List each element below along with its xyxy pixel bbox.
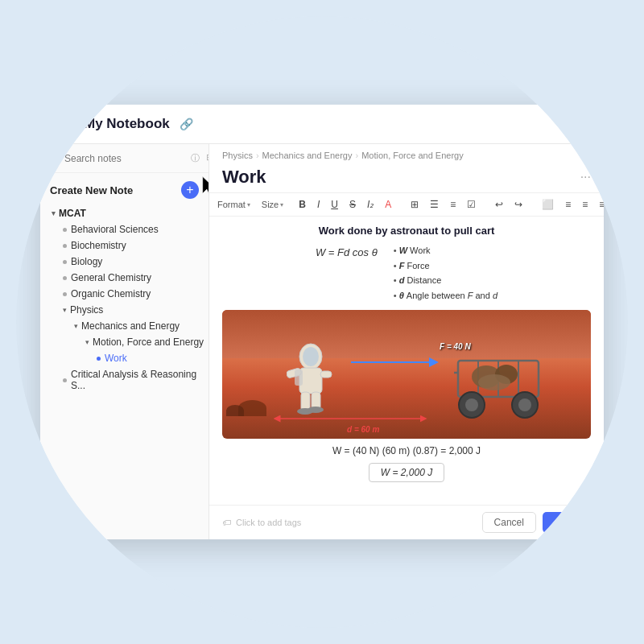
italic2-button[interactable]: I₂ — [363, 196, 378, 213]
format-dropdown[interactable]: Format ▾ — [217, 200, 250, 209]
note-footer: 🏷 Click to add tags Cancel Save — [209, 505, 604, 539]
bold-button[interactable]: B — [295, 196, 310, 213]
dot-icon — [97, 357, 101, 361]
align-center-button[interactable]: ≡ — [578, 196, 592, 213]
svg-rect-8 — [295, 369, 303, 386]
app-window: My Notebook 🔗 🔍 ⓘ ⊞ Create New Note — [40, 105, 604, 539]
font-color-button[interactable]: A — [381, 196, 395, 213]
format-label: Format — [217, 200, 246, 209]
note-header: Work ··· — [209, 163, 604, 192]
dot-icon — [63, 276, 67, 280]
link-icon: 🔗 — [180, 118, 193, 130]
size-label: Size — [262, 200, 279, 209]
save-button[interactable]: Save — [543, 512, 591, 533]
distance-arrow — [270, 413, 431, 424]
breadcrumb-motion: Motion, Force and Energy — [361, 151, 464, 160]
footer-actions: Cancel Save — [482, 512, 591, 533]
sidebar-item-mechanics-energy[interactable]: ▾ Mechanics and Energy — [71, 318, 208, 334]
info-button[interactable]: ⓘ — [189, 151, 201, 166]
app-icon — [53, 113, 76, 135]
breadcrumb-sep: › — [256, 151, 259, 160]
item-label: Biology — [71, 256, 102, 267]
mcat-children: Behavioral Sciences Biochemistry Biology — [48, 221, 208, 394]
formatting-toolbar: Format ▾ Size ▾ B I U S I₂ A — [209, 192, 604, 217]
mcat-parent[interactable]: ▾ MCAT — [48, 205, 208, 221]
rock-small — [226, 405, 244, 416]
italic-button[interactable]: I — [313, 196, 324, 213]
chevron-down-icon: ▾ — [247, 201, 250, 208]
sidebar-actions: ⓘ ⊞ — [189, 151, 209, 166]
mechanics-label: Mechanics and Energy — [81, 320, 180, 332]
item-label: Critical Analysis & Reasoning S... — [71, 369, 205, 391]
breadcrumb: Physics › Mechanics and Energy › Motion,… — [209, 144, 604, 163]
mcat-label: MCAT — [59, 208, 86, 219]
search-input[interactable] — [64, 153, 185, 164]
chevron-down-icon: ▾ — [74, 322, 78, 330]
table-button[interactable]: ⊞ — [407, 196, 423, 213]
distance-label: d = 60 m — [347, 425, 379, 434]
dot-icon — [63, 244, 67, 248]
sidebar-item-physics[interactable]: ▾ Physics — [60, 302, 208, 318]
mcat-group: ▾ MCAT Behavioral Sciences Biochemistry — [48, 205, 208, 394]
svg-point-4 — [303, 347, 319, 366]
tag-icon: 🏷 — [222, 518, 231, 527]
dot-icon — [63, 228, 67, 232]
sidebar-item-work[interactable]: Work — [93, 350, 208, 366]
note-body[interactable]: Work done by astronaut to pull cart W = … — [209, 217, 604, 505]
align-left-button[interactable]: ≡ — [561, 196, 575, 213]
motion-children: Work — [82, 350, 208, 366]
breadcrumb-sep: › — [355, 151, 358, 160]
cursor-area: + — [181, 181, 199, 199]
list-button[interactable]: ☰ — [426, 196, 443, 213]
underline-button[interactable]: U — [327, 196, 342, 213]
note-menu-button[interactable]: ··· — [580, 170, 591, 184]
chevron-down-icon: ▾ — [280, 201, 283, 208]
svg-point-20 — [478, 374, 510, 390]
astronaut-figure — [287, 342, 335, 415]
cancel-button[interactable]: Cancel — [482, 512, 536, 533]
mouse-cursor — [199, 175, 209, 200]
image-button[interactable]: ⬜ — [538, 196, 558, 213]
tags-placeholder: Click to add tags — [236, 518, 301, 527]
sidebar-item-behavioral-sciences[interactable]: Behavioral Sciences — [60, 221, 208, 237]
sidebar-item-biology[interactable]: Biology — [60, 254, 208, 270]
strikethrough-button[interactable]: S — [345, 196, 360, 213]
redo-button[interactable]: ↪ — [510, 196, 526, 213]
sidebar-item-biochemistry[interactable]: Biochemistry — [60, 237, 208, 254]
force-label: F = 40 N — [440, 342, 471, 351]
svg-rect-5 — [299, 368, 322, 394]
mars-illustration: F = 40 N — [222, 310, 591, 439]
sidebar-item-general-chemistry[interactable]: General Chemistry — [60, 270, 208, 286]
align-right-button[interactable]: ≡ — [595, 196, 604, 213]
item-label: General Chemistry — [71, 272, 151, 283]
var-d: d — [399, 275, 405, 285]
svg-rect-0 — [58, 119, 71, 122]
sidebar-item-critical-analysis[interactable]: Critical Analysis & Reasoning S... — [60, 366, 208, 394]
sidebar-item-organic-chemistry[interactable]: Organic Chemistry — [60, 286, 208, 302]
chevron-down-icon: ▾ — [63, 306, 67, 314]
list2-button[interactable]: ≡ — [446, 196, 460, 213]
notebook-tree: ▾ MCAT Behavioral Sciences Biochemistry — [40, 205, 208, 403]
sidebar: 🔍 ⓘ ⊞ Create New Note + — [40, 144, 209, 539]
work-diagram: Work done by astronaut to pull cart W = … — [222, 225, 591, 482]
app-container: My Notebook 🔗 🔍 ⓘ ⊞ Create New Note — [16, 16, 628, 628]
dot-icon — [63, 292, 67, 296]
physics-label: Physics — [70, 304, 103, 316]
svg-point-24 — [518, 398, 531, 411]
diagram-top: W = Fd cos θ W Work F Force d Distance θ… — [222, 243, 591, 303]
dot-icon — [63, 260, 67, 264]
svg-point-22 — [465, 398, 478, 411]
breadcrumb-mechanics: Mechanics and Energy — [262, 151, 353, 160]
size-dropdown[interactable]: Size ▾ — [262, 200, 283, 209]
undo-button[interactable]: ↩ — [491, 196, 507, 213]
result-box: W = 2,000 J — [369, 463, 444, 482]
force-arrow — [347, 354, 444, 370]
create-note-button[interactable]: + — [181, 181, 199, 199]
tags-area[interactable]: 🏷 Click to add tags — [222, 518, 301, 527]
note-title: Work — [222, 167, 266, 188]
content-area: Physics › Mechanics and Energy › Motion,… — [209, 144, 604, 539]
create-new-note-header: Create New Note + — [40, 173, 208, 205]
var-w: W — [399, 246, 407, 255]
check-button[interactable]: ☑ — [463, 196, 480, 213]
sidebar-item-motion-force-energy[interactable]: ▾ Motion, Force and Energy — [82, 334, 208, 350]
